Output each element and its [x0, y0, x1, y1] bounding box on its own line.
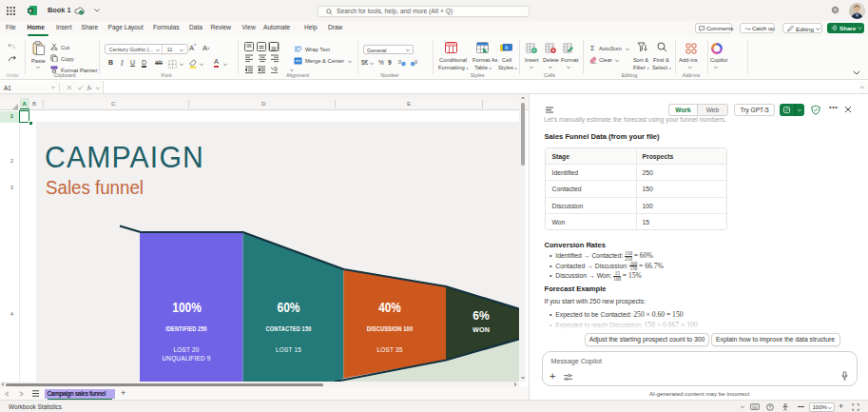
svg-text:CAMPAIGN: CAMPAIGN [45, 141, 204, 174]
svg-text:Sales funnel: Sales funnel [46, 177, 144, 198]
svg-text:40%: 40% [378, 300, 401, 315]
svg-text:?: ? [769, 404, 772, 409]
svg-text:CONTACTED 150: CONTACTED 150 [266, 324, 312, 333]
svg-text:LOST 35: LOST 35 [377, 346, 403, 353]
svg-text:100%: 100% [172, 300, 202, 315]
svg-text:UNQUALIFIED 9: UNQUALIFIED 9 [163, 355, 211, 363]
svg-text:.0: .0 [397, 60, 401, 65]
svg-text:LOST 20: LOST 20 [174, 346, 200, 353]
svg-text:DISCUSSION 100: DISCUSSION 100 [367, 324, 414, 333]
svg-text:WON: WON [473, 325, 490, 334]
svg-text:60%: 60% [278, 300, 300, 315]
svg-text:6%: 6% [473, 308, 490, 323]
svg-text:LOST 15: LOST 15 [276, 346, 301, 353]
svg-text:IDENTIFIED 250: IDENTIFIED 250 [165, 324, 207, 333]
svg-text:x: x [29, 8, 31, 13]
